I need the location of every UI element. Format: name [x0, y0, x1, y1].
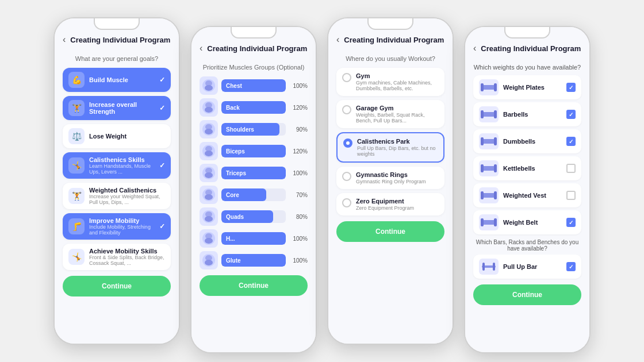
continue-btn-3[interactable]: Continue: [336, 221, 444, 242]
goal-item-weighted-calisthenics[interactable]: 🏋️ Weighted Calisthenics Increase your W…: [63, 183, 171, 209]
weight-item-kettlebells[interactable]: Kettlebells: [473, 156, 581, 180]
weight-label-weight-plates: Weight Plates: [503, 84, 562, 91]
checkbox-weighted-vest[interactable]: [566, 191, 576, 200]
weight-label-kettlebells: Kettlebells: [503, 165, 562, 172]
weight-item-weight-belt[interactable]: Weight Belt ✓: [473, 210, 581, 234]
continue-btn-1[interactable]: Continue: [63, 276, 171, 296]
muscle-bar-quads[interactable]: Quads: [221, 210, 286, 223]
muscle-bar-core[interactable]: Core: [221, 188, 286, 201]
header-1: ‹ Creating Individual Program: [63, 34, 171, 48]
location-name-zero-equipment: Zero Equipment: [356, 198, 414, 205]
goal-item-calisthenics-skills[interactable]: 🤸 Calisthenics Skills Learn Handstands, …: [63, 152, 171, 179]
weight-item-dumbbells[interactable]: Dumbbells ✓: [473, 129, 581, 153]
goal-label-achieve-mobility-skills: Achieve Mobility Skills: [89, 248, 165, 255]
goal-item-increase-strength[interactable]: 🏋️ Increase overall Strength ✓: [63, 96, 171, 120]
checkbox-weight-plates[interactable]: ✓: [566, 83, 576, 92]
title-3: Creating Individual Program: [344, 36, 444, 44]
muscle-pct-shoulders: 90%: [289, 126, 308, 133]
muscle-bar-triceps[interactable]: Triceps: [221, 167, 286, 179]
svg-point-8: [205, 129, 213, 134]
location-item-calisthenics-park[interactable]: Calisthenics Park Pull Up Bars, Dip Bars…: [336, 132, 444, 163]
back-button-2[interactable]: ‹: [200, 43, 202, 53]
location-text-gymnastic-rings: Gymnastic Rings Gymnastic Ring Only Prog…: [356, 171, 426, 184]
muscle-name-back: Back: [226, 105, 240, 111]
goal-icon-increase-strength: 🏋️: [68, 100, 85, 116]
back-button-4[interactable]: ‹: [473, 43, 476, 53]
goal-label-lose-weight: Lose Weight: [89, 133, 165, 140]
muscle-img-shoulders: [200, 120, 218, 138]
screen-1: ‹ Creating Individual Program What are y…: [55, 18, 179, 344]
weight-item-weight-plates[interactable]: Weight Plates ✓: [473, 75, 581, 99]
goal-text-build-muscle: Build Muscle: [89, 76, 159, 83]
weight-item-weighted-vest[interactable]: Weighted Vest: [473, 183, 581, 207]
location-item-zero-equipment[interactable]: Zero Equipment Zero Equipment Program: [336, 193, 444, 215]
phone-3: ‹ Creating Individual Program Where do y…: [327, 17, 454, 345]
goal-sub-weighted-calisthenics: Increase your Weighted Squat, Pull Ups, …: [89, 194, 165, 205]
back-button-3[interactable]: ‹: [336, 34, 339, 45]
muscle-bar-back[interactable]: Back: [221, 101, 286, 114]
location-name-gym: Gym: [356, 72, 439, 79]
goal-item-achieve-mobility-skills[interactable]: 🤸 Achieve Mobility Skills Front & Side S…: [63, 244, 171, 270]
muscle-bar-chest[interactable]: Chest: [221, 79, 286, 92]
checkbox-bar-pull-up-bar[interactable]: ✓: [566, 262, 576, 271]
weight-icon-kettlebells: [479, 160, 499, 176]
muscle-pct-biceps: 120%: [289, 148, 308, 155]
screen-3: ‹ Creating Individual Program Where do y…: [328, 18, 453, 344]
back-button-1[interactable]: ‹: [63, 34, 66, 45]
svg-rect-40: [481, 191, 484, 199]
muscle-bar-biceps[interactable]: Biceps: [221, 145, 286, 157]
weights-question: Which weights do you have available?: [473, 64, 581, 71]
checkbox-kettlebells[interactable]: [566, 164, 576, 173]
location-desc-calisthenics-park: Pull Up Bars, Dip Bars, etc. but no weig…: [357, 145, 438, 157]
location-item-gymnastic-rings[interactable]: Gymnastic Rings Gymnastic Ring Only Prog…: [336, 167, 444, 189]
goal-item-lose-weight[interactable]: ⚖️ Lose Weight: [63, 124, 171, 148]
checkbox-weight-belt[interactable]: ✓: [566, 218, 576, 227]
header-3: ‹ Creating Individual Program: [336, 34, 444, 48]
checkbox-barbells[interactable]: ✓: [566, 110, 576, 119]
muscle-name-quads: Quads: [226, 214, 244, 220]
muscle-pct-h...: 100%: [289, 236, 308, 242]
location-item-gym[interactable]: Gym Gym machines, Cable Machines, Dumbbe…: [336, 68, 444, 96]
goal-item-improve-mobility[interactable]: 🦵 Improve Mobility Include Mobility, Str…: [63, 213, 171, 240]
notch-2: [231, 27, 277, 38]
muscle-bar-shoulders[interactable]: Shoulders: [221, 123, 286, 136]
svg-rect-42: [482, 220, 496, 225]
weight-label-weight-belt: Weight Belt: [503, 219, 562, 226]
muscle-img-core: [200, 186, 218, 204]
muscle-bar-h...[interactable]: H...: [221, 232, 286, 245]
muscle-img-back: [200, 98, 218, 117]
muscle-name-chest: Chest: [226, 83, 242, 89]
location-desc-garage-gym: Weights, Barbell, Squat Rack, Bench, Pul…: [356, 112, 439, 124]
muscle-row-triceps: Triceps 100%: [200, 164, 308, 182]
muscle-bar-glute[interactable]: Glute: [221, 254, 286, 267]
radio-calisthenics-park: [343, 138, 352, 148]
goal-sub-calisthenics-skills: Learn Handstands, Muscle Ups, Levers ...: [89, 163, 159, 175]
checkbox-dumbbells[interactable]: ✓: [566, 137, 576, 146]
radio-gym: [342, 73, 351, 82]
location-item-garage-gym[interactable]: Garage Gym Weights, Barbell, Squat Rack,…: [336, 100, 444, 128]
weights-list: Weight Plates ✓ Barbells ✓ Dumbbells ✓: [473, 75, 581, 234]
question-1: What are your general goals?: [63, 55, 171, 62]
location-text-calisthenics-park: Calisthenics Park Pull Up Bars, Dip Bars…: [357, 138, 438, 157]
muscle-row-core: Core 70%: [200, 186, 308, 204]
weight-icon-barbells: [479, 106, 499, 122]
svg-rect-27: [482, 85, 496, 90]
muscle-row-quads: Quads 80%: [200, 207, 308, 226]
radio-gymnastic-rings: [342, 172, 351, 181]
muscle-row-h...: H... 100%: [200, 229, 308, 248]
svg-rect-39: [482, 193, 496, 198]
muscle-name-triceps: Triceps: [226, 170, 246, 176]
goal-icon-improve-mobility: 🦵: [68, 218, 85, 234]
bar-item-pull-up-bar[interactable]: Pull Up Bar ✓: [473, 255, 581, 279]
svg-point-5: [205, 107, 213, 113]
continue-btn-4[interactable]: Continue: [473, 284, 581, 305]
svg-point-23: [205, 238, 213, 244]
goal-text-achieve-mobility-skills: Achieve Mobility Skills Front & Side Spl…: [89, 248, 165, 266]
muscle-pct-triceps: 100%: [289, 170, 308, 176]
weight-label-dumbbells: Dumbbells: [503, 138, 562, 145]
continue-btn-2[interactable]: Continue: [200, 275, 308, 296]
weight-item-barbells[interactable]: Barbells ✓: [473, 102, 581, 126]
weight-icon-dumbbells: [479, 133, 499, 149]
goal-sub-achieve-mobility-skills: Front & Side Splits, Back Bridge, Cossac…: [89, 255, 165, 266]
goal-item-build-muscle[interactable]: 💪 Build Muscle ✓: [63, 68, 171, 92]
